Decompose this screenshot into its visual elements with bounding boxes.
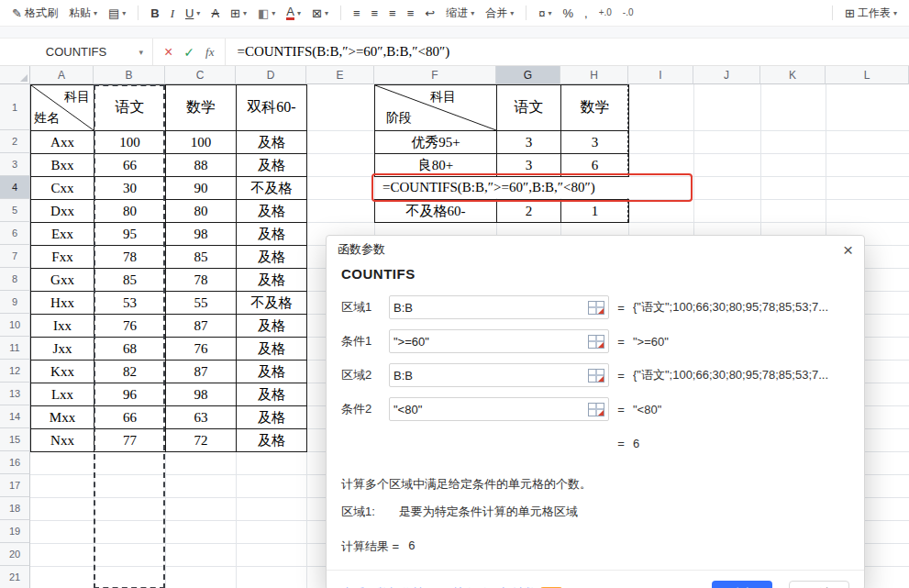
- cell-D4[interactable]: 不及格: [236, 176, 307, 200]
- cell-D1[interactable]: 双科60-: [236, 84, 307, 131]
- cell-G3[interactable]: 3: [496, 153, 561, 177]
- comma-style-button[interactable]: ,: [580, 2, 593, 24]
- cell-D11[interactable]: 及格: [236, 337, 307, 361]
- cell-C2[interactable]: 100: [165, 130, 237, 154]
- formula-input[interactable]: =COUNTIFS(B:B,″>=60″,B:B,″<80″): [226, 39, 909, 65]
- cell-D15[interactable]: 及格: [236, 428, 307, 452]
- font-color-button[interactable]: A▾: [282, 2, 305, 24]
- range-picker-icon[interactable]: [588, 301, 604, 315]
- cell-D12[interactable]: 及格: [236, 360, 307, 383]
- dialog-titlebar[interactable]: 函数参数 ×: [327, 236, 864, 263]
- row-header-3[interactable]: 3: [0, 153, 30, 176]
- cell-A5[interactable]: Dxx: [30, 199, 94, 223]
- cell-G5[interactable]: 2: [496, 199, 561, 223]
- row-header-15[interactable]: 15: [0, 428, 30, 451]
- cell-C10[interactable]: 87: [165, 314, 237, 338]
- cell-D8[interactable]: 及格: [236, 268, 307, 292]
- cell-B7[interactable]: 78: [94, 245, 166, 269]
- name-box[interactable]: COUNTIFS ▾: [0, 39, 153, 65]
- cell-D5[interactable]: 及格: [236, 199, 307, 223]
- merge-cells-button[interactable]: 合并▾: [481, 2, 518, 24]
- cell-B10[interactable]: 76: [94, 314, 166, 338]
- row-header-6[interactable]: 6: [0, 222, 30, 245]
- cell-A11[interactable]: Jxx: [30, 337, 94, 361]
- align-center-button[interactable]: ≡: [366, 2, 382, 24]
- cell-B15[interactable]: 77: [94, 428, 166, 452]
- cell-C13[interactable]: 98: [165, 383, 237, 406]
- underline-button[interactable]: U▾: [181, 2, 205, 24]
- percent-style-button[interactable]: %: [558, 2, 578, 24]
- cell-A10[interactable]: Ixx: [30, 314, 94, 338]
- row-header-19[interactable]: 19: [0, 520, 30, 543]
- cell-D13[interactable]: 及格: [236, 383, 307, 406]
- cell-B11[interactable]: 68: [94, 337, 166, 361]
- align-left-button[interactable]: ≡: [349, 2, 365, 24]
- align-right-button[interactable]: ≡: [384, 2, 401, 24]
- cell-A7[interactable]: Fxx: [30, 245, 94, 269]
- wrap-text-button[interactable]: ↩: [420, 2, 439, 24]
- range-picker-icon[interactable]: [588, 403, 604, 416]
- cell-B1[interactable]: 语文: [94, 84, 166, 131]
- bold-button[interactable]: B: [146, 2, 163, 24]
- column-header-H[interactable]: H: [560, 66, 628, 84]
- cell-G2[interactable]: 3: [496, 130, 561, 154]
- worksheet-button[interactable]: ⊞工作表▾: [840, 2, 902, 24]
- cell-D14[interactable]: 及格: [236, 405, 307, 429]
- row-header-17[interactable]: 17: [0, 474, 30, 497]
- cell-A4[interactable]: Cxx: [30, 176, 94, 200]
- indent-button[interactable]: 缩进▾: [441, 2, 479, 24]
- column-header-L[interactable]: L: [826, 66, 909, 84]
- column-header-E[interactable]: E: [306, 66, 374, 84]
- cell-C5[interactable]: 80: [165, 199, 237, 223]
- chevron-down-icon[interactable]: ▾: [139, 48, 143, 57]
- cell-B5[interactable]: 80: [94, 199, 166, 223]
- cell-B12[interactable]: 82: [94, 360, 166, 383]
- cell-C15[interactable]: 72: [165, 428, 237, 452]
- column-header-A[interactable]: A: [30, 66, 94, 84]
- cell-C11[interactable]: 76: [165, 337, 237, 361]
- cell-H5[interactable]: 1: [560, 199, 629, 223]
- cell-D10[interactable]: 及格: [236, 314, 307, 338]
- decrease-decimal-button[interactable]: -.0: [618, 2, 638, 24]
- align-justify-button[interactable]: ≡: [403, 2, 419, 24]
- cell-B9[interactable]: 53: [94, 291, 166, 315]
- cell-D2[interactable]: 及格: [236, 130, 307, 154]
- cell-C6[interactable]: 98: [165, 222, 237, 246]
- cell-C4[interactable]: 90: [165, 176, 237, 200]
- clipboard-button[interactable]: ▤▾: [104, 2, 130, 24]
- row-header-1[interactable]: 1: [0, 84, 30, 130]
- increase-decimal-button[interactable]: +.0: [594, 2, 616, 24]
- field-input[interactable]: [394, 403, 588, 416]
- cell-H2[interactable]: 3: [560, 130, 629, 154]
- cell-C7[interactable]: 85: [165, 245, 237, 269]
- cell-C12[interactable]: 87: [165, 360, 237, 383]
- cell-B4[interactable]: 30: [94, 176, 166, 200]
- strikethrough-button[interactable]: A: [206, 2, 224, 24]
- cell-A9[interactable]: Hxx: [30, 291, 94, 315]
- cell-D6[interactable]: 及格: [236, 222, 307, 246]
- cell-G1[interactable]: 语文: [496, 84, 561, 131]
- range-picker-icon[interactable]: [588, 335, 604, 349]
- cell-F3[interactable]: 良80+: [374, 153, 497, 177]
- insert-function-icon[interactable]: fx: [205, 45, 214, 60]
- cell-A8[interactable]: Gxx: [30, 268, 94, 292]
- row-header-12[interactable]: 12: [0, 360, 30, 383]
- cell-D9[interactable]: 不及格: [236, 291, 307, 315]
- cancel-button[interactable]: 取消: [789, 581, 849, 588]
- select-all-corner[interactable]: [0, 66, 30, 84]
- fill-color-button[interactable]: ◧▾: [253, 2, 280, 24]
- confirm-formula-icon[interactable]: ✓: [183, 45, 194, 60]
- row-header-8[interactable]: 8: [0, 268, 30, 291]
- italic-button[interactable]: I: [166, 2, 179, 24]
- cell-A6[interactable]: Exx: [30, 222, 94, 246]
- field-input[interactable]: [394, 369, 588, 383]
- cell-H1[interactable]: 数学: [560, 84, 629, 131]
- cell-C14[interactable]: 63: [165, 405, 237, 429]
- cell-F1[interactable]: 科目阶段: [374, 84, 497, 131]
- field-input[interactable]: [394, 301, 588, 315]
- cell-formula-text[interactable]: =COUNTIFS(B:B,″>=60″,B:B,″<80″): [382, 176, 595, 199]
- cell-F2[interactable]: 优秀95+: [374, 130, 497, 154]
- cell-B13[interactable]: 96: [94, 383, 166, 406]
- cell-B2[interactable]: 100: [94, 130, 166, 154]
- borders-button[interactable]: ⊞▾: [226, 2, 251, 24]
